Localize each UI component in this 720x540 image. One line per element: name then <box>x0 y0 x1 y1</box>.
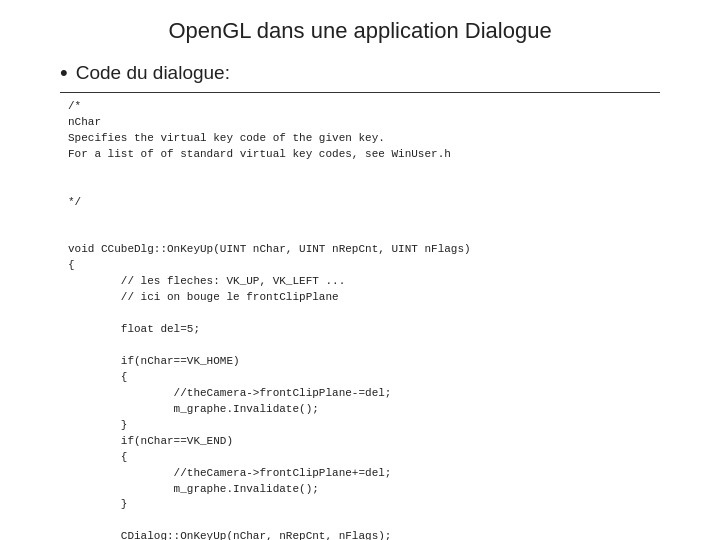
page: OpenGL dans une application Dialogue • C… <box>0 0 720 540</box>
bullet-label: Code du dialogue: <box>76 62 230 84</box>
divider <box>60 92 660 93</box>
code-block: /* nChar Specifies the virtual key code … <box>68 99 660 540</box>
bullet-icon: • <box>60 62 68 84</box>
bullet-heading: • Code du dialogue: <box>60 62 660 84</box>
page-title: OpenGL dans une application Dialogue <box>60 18 660 44</box>
